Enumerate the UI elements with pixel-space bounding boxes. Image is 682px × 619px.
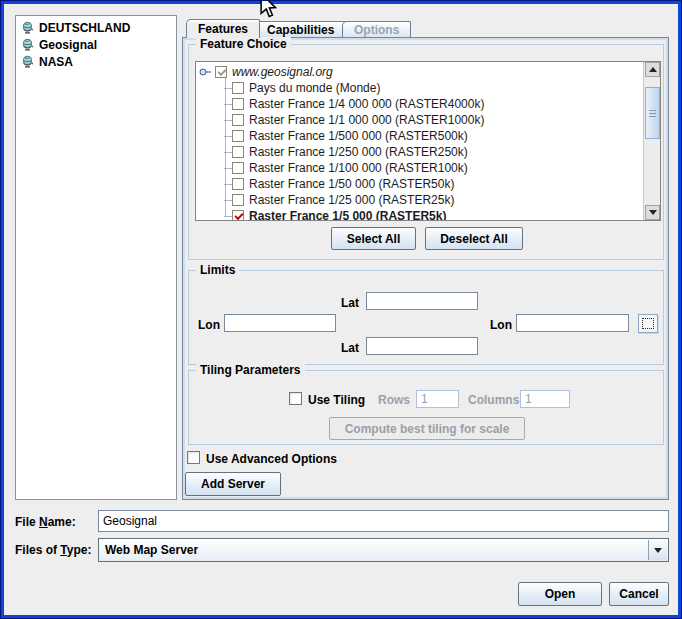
checkbox-unchecked-icon[interactable] bbox=[232, 130, 244, 142]
server-name: NASA bbox=[39, 55, 73, 69]
tree-item-selected[interactable]: Raster France 1/5 000 (RASTER5k) bbox=[196, 208, 643, 221]
checkbox-unchecked-icon[interactable] bbox=[232, 178, 244, 190]
tree-item[interactable]: Raster France 1/100 000 (RASTER100k) bbox=[196, 160, 643, 176]
tree-item-label: Raster France 1/500 000 (RASTER500k) bbox=[249, 129, 468, 143]
checkbox-checked-icon[interactable] bbox=[232, 210, 244, 221]
chevron-down-icon bbox=[654, 548, 662, 553]
checkbox-unchecked-icon[interactable] bbox=[232, 114, 244, 126]
server-list: DEUTSCHLAND Geosignal NASA bbox=[15, 15, 177, 500]
label-text: File bbox=[15, 515, 39, 529]
server-list-item-geosignal[interactable]: Geosignal bbox=[18, 36, 174, 53]
tree-item[interactable]: Pays du monde (Monde) bbox=[196, 80, 643, 96]
tree-item-label: Raster France 1/5 000 (RASTER5k) bbox=[249, 209, 446, 221]
tree-item-label: Raster France 1/250 000 (RASTER250k) bbox=[249, 145, 468, 159]
features-tab-panel: Feature Choice www.geosignal.org Pays du… bbox=[182, 37, 669, 500]
columns-label: Columns bbox=[468, 393, 519, 407]
scrollbar-up-button[interactable] bbox=[645, 62, 660, 77]
compute-tiling-button: Compute best tiling for scale bbox=[329, 417, 525, 440]
tree-item-label: www.geosignal.org bbox=[232, 65, 333, 79]
combo-dropdown-button[interactable] bbox=[648, 540, 667, 560]
use-advanced-options-label: Use Advanced Options bbox=[206, 452, 337, 466]
globe-icon bbox=[21, 55, 34, 68]
lat-top-input[interactable] bbox=[366, 292, 478, 310]
label-text: ype: bbox=[67, 543, 92, 557]
tree-item-label: Raster France 1/100 000 (RASTER100k) bbox=[249, 161, 468, 175]
tree-vertical-scrollbar[interactable] bbox=[643, 62, 660, 220]
checkbox-unchecked-icon[interactable] bbox=[232, 82, 244, 94]
checkbox-partial-icon[interactable] bbox=[215, 66, 227, 78]
rows-label: Rows bbox=[378, 393, 410, 407]
file-name-label: File Name: bbox=[15, 515, 76, 529]
file-name-input[interactable] bbox=[98, 510, 669, 532]
label-text: Files of bbox=[15, 543, 60, 557]
tree-item[interactable]: Raster France 1/25 000 (RASTER25k) bbox=[196, 192, 643, 208]
use-advanced-options-checkbox[interactable] bbox=[187, 451, 200, 464]
label-mnemonic: N bbox=[39, 515, 48, 529]
lat-top-label: Lat bbox=[341, 296, 359, 310]
tiling-parameters-group: Tiling Parameters Use Tiling Rows Column… bbox=[188, 370, 664, 445]
select-all-button[interactable]: Select All bbox=[331, 227, 416, 250]
checkbox-unchecked-icon[interactable] bbox=[232, 194, 244, 206]
globe-icon bbox=[21, 38, 34, 51]
tree-item[interactable]: Raster France 1/4 000 000 (RASTER4000k) bbox=[196, 96, 643, 112]
tree-item-label: Raster France 1/50 000 (RASTER50k) bbox=[249, 177, 454, 191]
tab-options: Options bbox=[342, 21, 411, 38]
server-list-item-deutschland[interactable]: DEUTSCHLAND bbox=[18, 19, 174, 36]
cancel-button[interactable]: Cancel bbox=[609, 582, 669, 606]
lon-left-input[interactable] bbox=[224, 314, 336, 332]
tab-capabilities[interactable]: Capabilities bbox=[255, 21, 346, 38]
checkbox-unchecked-icon[interactable] bbox=[232, 162, 244, 174]
arrow-down-icon bbox=[649, 210, 657, 215]
deselect-all-button[interactable]: Deselect All bbox=[425, 227, 523, 250]
selected-file-type: Web Map Server bbox=[105, 543, 198, 557]
feature-choice-group: Feature Choice www.geosignal.org Pays du… bbox=[188, 44, 664, 260]
tree-rows: www.geosignal.org Pays du monde (Monde) … bbox=[196, 64, 643, 221]
lon-right-label: Lon bbox=[490, 318, 512, 332]
limits-group: Limits Lat Lon Lon Lat bbox=[188, 270, 664, 365]
lat-bottom-input[interactable] bbox=[366, 337, 478, 355]
files-of-type-select[interactable]: Web Map Server bbox=[98, 538, 669, 562]
open-button[interactable]: Open bbox=[518, 582, 602, 606]
scrollbar-down-button[interactable] bbox=[645, 205, 660, 220]
group-title: Limits bbox=[196, 263, 239, 277]
label-text: ame: bbox=[48, 515, 76, 529]
tree-item-label: Raster France 1/1 000 000 (RASTER1000k) bbox=[249, 113, 484, 127]
globe-icon bbox=[21, 21, 34, 34]
pick-area-button[interactable] bbox=[638, 314, 658, 333]
arrow-up-icon bbox=[649, 67, 657, 72]
tree-item[interactable]: Raster France 1/250 000 (RASTER250k) bbox=[196, 144, 643, 160]
wms-server-dialog: DEUTSCHLAND Geosignal NASA Features Capa… bbox=[0, 0, 682, 619]
lon-left-label: Lon bbox=[198, 318, 220, 332]
tree-collapse-handle-icon[interactable] bbox=[199, 66, 211, 78]
tab-features[interactable]: Features bbox=[186, 19, 260, 38]
group-title: Tiling Parameters bbox=[196, 363, 305, 377]
server-list-item-nasa[interactable]: NASA bbox=[18, 53, 174, 70]
columns-input bbox=[520, 390, 570, 408]
server-name: DEUTSCHLAND bbox=[39, 21, 130, 35]
files-of-type-label: Files of Type: bbox=[15, 543, 91, 557]
group-title: Feature Choice bbox=[196, 37, 291, 51]
tree-item-label: Raster France 1/4 000 000 (RASTER4000k) bbox=[249, 97, 484, 111]
scrollbar-thumb[interactable] bbox=[645, 87, 660, 139]
tree-root-item[interactable]: www.geosignal.org bbox=[196, 64, 643, 80]
lon-right-input[interactable] bbox=[516, 314, 629, 332]
use-tiling-label: Use Tiling bbox=[308, 393, 365, 407]
tree-item[interactable]: Raster France 1/500 000 (RASTER500k) bbox=[196, 128, 643, 144]
add-server-button[interactable]: Add Server bbox=[185, 472, 281, 496]
feature-tree[interactable]: www.geosignal.org Pays du monde (Monde) … bbox=[195, 61, 661, 221]
tree-item[interactable]: Raster France 1/50 000 (RASTER50k) bbox=[196, 176, 643, 192]
lat-bottom-label: Lat bbox=[341, 341, 359, 355]
rows-input bbox=[416, 390, 459, 408]
mouse-cursor bbox=[257, 0, 279, 18]
checkbox-unchecked-icon[interactable] bbox=[232, 146, 244, 158]
use-tiling-checkbox[interactable] bbox=[289, 392, 302, 405]
server-name: Geosignal bbox=[39, 38, 97, 52]
checkbox-unchecked-icon[interactable] bbox=[232, 98, 244, 110]
tree-item[interactable]: Raster France 1/1 000 000 (RASTER1000k) bbox=[196, 112, 643, 128]
tree-item-label: Pays du monde (Monde) bbox=[249, 81, 380, 95]
tree-item-label: Raster France 1/25 000 (RASTER25k) bbox=[249, 193, 454, 207]
